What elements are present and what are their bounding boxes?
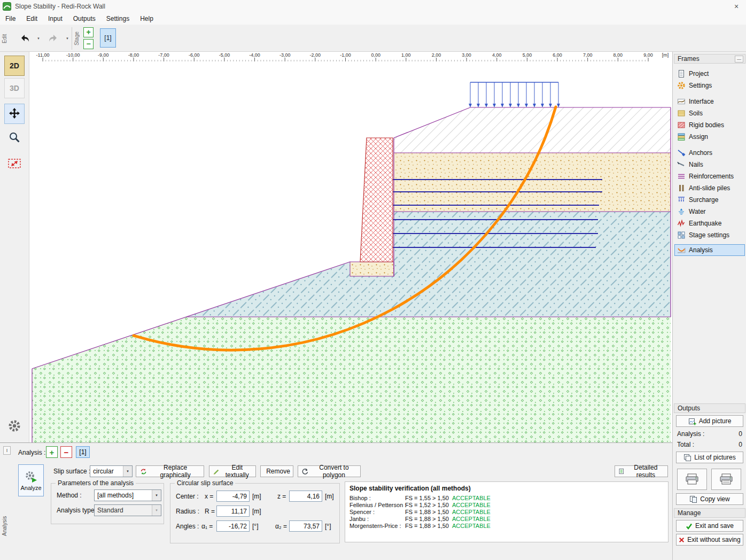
- replace-graphically-icon: [139, 468, 147, 476]
- menu-settings[interactable]: Settings: [101, 13, 135, 25]
- copy-view-button[interactable]: Copy view: [676, 493, 743, 505]
- frames-item-rigid-bodies[interactable]: Rigid bodies: [674, 119, 745, 131]
- alpha1-input[interactable]: [216, 520, 250, 532]
- panel-handle[interactable]: I: [3, 446, 11, 455]
- frames-item-surcharge[interactable]: Surcharge: [674, 194, 745, 206]
- frames-item-assign[interactable]: Assign: [674, 131, 745, 143]
- frames-title: Frames: [678, 55, 700, 63]
- undo-dropdown-icon[interactable]: ▼: [35, 29, 42, 48]
- fs-value: FS = 1,55 > 1,50: [405, 495, 449, 501]
- print-document-button[interactable]: [677, 469, 707, 490]
- view-2d-button[interactable]: 2D: [4, 56, 25, 76]
- menu-outputs[interactable]: Outputs: [68, 13, 101, 25]
- analysis-add-button[interactable]: +: [46, 446, 58, 458]
- analyze-button[interactable]: Analyze: [18, 464, 44, 496]
- close-icon[interactable]: ×: [729, 1, 744, 11]
- soil-layer-green: [32, 317, 671, 442]
- svg-text:-7,00: -7,00: [158, 52, 169, 58]
- manage-title: Manage: [678, 509, 701, 517]
- svg-text:-6,00: -6,00: [189, 52, 200, 58]
- svg-text:-4,00: -4,00: [249, 52, 260, 58]
- add-picture-button[interactable]: Add picture: [676, 415, 743, 427]
- frames-item-soils[interactable]: Soils: [674, 107, 745, 119]
- detailed-results-label: Detailed results: [627, 464, 664, 479]
- analysis-tab-1[interactable]: [1]: [76, 446, 90, 458]
- view-3d-button[interactable]: 3D: [4, 78, 25, 98]
- stage-group-label: Stage: [74, 28, 80, 49]
- zoom-fit-button[interactable]: [4, 153, 25, 174]
- radius-input[interactable]: [216, 505, 250, 517]
- svg-text:-8,00: -8,00: [128, 52, 139, 58]
- svg-text:8,00: 8,00: [613, 52, 623, 58]
- frames-item-anti-slide-piles[interactable]: Anti-slide piles: [674, 182, 745, 194]
- svg-text:[m]: [m]: [662, 52, 669, 58]
- frames-item-project[interactable]: Project: [674, 68, 745, 80]
- center-x-input[interactable]: [216, 491, 250, 502]
- svg-text:-11,00: -11,00: [36, 52, 50, 58]
- frames-item-water[interactable]: Water: [674, 206, 745, 217]
- undo-button[interactable]: [15, 29, 34, 48]
- settings-icon: [677, 81, 686, 90]
- drawing-area: -11,00-10,00-9,00-8,00-7,00-6,00-5,00-4,…: [29, 52, 672, 442]
- retaining-wall: [360, 138, 393, 262]
- frames-item-analysis[interactable]: Analysis: [674, 244, 745, 256]
- print-picture-list-button[interactable]: [711, 469, 741, 490]
- printer-icon: [685, 473, 700, 486]
- replace-graphically-button[interactable]: Replace graphically: [136, 465, 204, 477]
- frames-item-nails[interactable]: Nails: [674, 159, 745, 170]
- menu-help[interactable]: Help: [135, 13, 159, 25]
- method-label: Method :: [57, 492, 82, 499]
- svg-text:-9,00: -9,00: [98, 52, 109, 58]
- frames-item-stage-settings[interactable]: Stage settings: [674, 229, 745, 241]
- chevron-down-icon: ▼: [123, 466, 132, 477]
- fs-value: FS = 1,88 > 1,50: [405, 516, 449, 522]
- redo-button[interactable]: [44, 29, 63, 48]
- frames-item-reinforcements[interactable]: Reinforcements: [674, 170, 745, 182]
- frames-item-settings[interactable]: Settings: [674, 80, 745, 91]
- center-z-input[interactable]: [289, 491, 322, 502]
- center-label: Center :: [176, 493, 199, 500]
- rigid-bodies-icon: [677, 121, 686, 129]
- soil-layer-teal: [187, 212, 671, 317]
- undo-icon: [19, 33, 30, 44]
- copy-view-icon: [689, 495, 697, 503]
- svg-text:7,00: 7,00: [583, 52, 593, 58]
- result-row: Janbu : FS = 1,88 > 1,50 ACCEPTABLE: [345, 516, 668, 523]
- method-select[interactable]: [all methods] ▼: [94, 489, 161, 501]
- slip-surface-select[interactable]: circular ▼: [90, 465, 133, 477]
- menu-file[interactable]: File: [0, 13, 21, 25]
- stage-remove-button[interactable]: −: [83, 39, 94, 49]
- stage-tab-1[interactable]: [1]: [100, 28, 116, 48]
- convert-to-polygon-button[interactable]: Convert to polygon: [298, 465, 361, 477]
- surcharge-icon: [677, 196, 686, 204]
- svg-text:3,00: 3,00: [462, 52, 471, 58]
- svg-text:1,00: 1,00: [401, 52, 411, 58]
- stage-add-button[interactable]: +: [83, 27, 94, 37]
- pan-tool-button[interactable]: [4, 104, 25, 124]
- drawing-canvas[interactable]: [29, 62, 672, 442]
- detailed-results-button[interactable]: Detailed results: [615, 465, 668, 477]
- copy-view-label: Copy view: [700, 495, 729, 503]
- menu-edit[interactable]: Edit: [21, 13, 43, 25]
- alpha2-input[interactable]: [289, 520, 322, 532]
- exit-without-saving-button[interactable]: Exit without saving: [676, 534, 743, 546]
- status-badge: ACCEPTABLE: [452, 523, 491, 529]
- alpha1-label: α₁ =: [201, 523, 213, 530]
- frames-item-interface[interactable]: Interface: [674, 96, 745, 107]
- frames-minimize-icon[interactable]: —: [735, 56, 743, 63]
- remove-button[interactable]: Remove: [260, 465, 293, 477]
- analysis-type-select[interactable]: Standard ▼: [94, 504, 161, 516]
- list-of-pictures-button[interactable]: List of pictures: [676, 452, 743, 463]
- radius-label: Radius :: [176, 508, 199, 515]
- frames-item-earthquake[interactable]: Earthquake: [674, 217, 745, 229]
- analysis-remove-button[interactable]: −: [60, 446, 72, 458]
- frames-item-anchors[interactable]: Anchors: [674, 147, 745, 159]
- outputs-analysis-label: Analysis :: [677, 430, 704, 438]
- parameters-groupbox: Parameters of the analysis Method : [all…: [51, 479, 164, 524]
- exit-and-save-button[interactable]: Exit and save: [676, 520, 743, 532]
- edit-textually-button[interactable]: Edit textually: [209, 465, 256, 477]
- zoom-tool-button[interactable]: [4, 127, 25, 147]
- settings-gear-button[interactable]: [4, 416, 25, 436]
- redo-dropdown-icon[interactable]: ▼: [64, 29, 71, 48]
- menu-input[interactable]: Input: [43, 13, 68, 25]
